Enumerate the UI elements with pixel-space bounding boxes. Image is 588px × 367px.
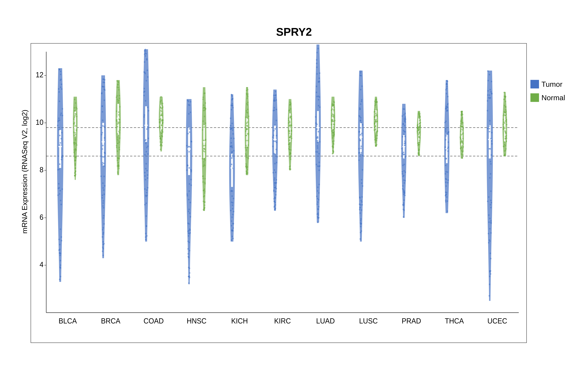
svg-point-821 [316,67,318,68]
svg-point-577 [233,211,234,212]
svg-point-73 [61,113,62,114]
svg-point-1296 [490,200,492,201]
svg-point-469 [204,178,206,179]
svg-point-140 [74,144,75,145]
svg-point-1160 [447,200,448,202]
svg-point-992 [375,140,376,142]
svg-point-182 [102,145,104,146]
svg-text:BLCA: BLCA [59,317,77,325]
svg-point-681 [274,179,275,181]
svg-point-1060 [404,190,405,192]
svg-point-168 [102,202,104,204]
svg-point-589 [247,147,248,148]
svg-point-519 [203,161,205,163]
svg-point-264 [119,119,120,120]
svg-text:10: 10 [36,118,43,126]
svg-point-1181 [448,141,449,143]
svg-point-41 [60,86,61,88]
svg-point-159 [102,111,103,113]
svg-point-280 [146,215,147,217]
svg-point-630 [247,96,249,97]
svg-point-884 [333,131,335,133]
svg-point-767 [290,108,291,110]
svg-point-632 [246,173,247,175]
svg-point-756 [289,101,291,103]
legend-label-normal: Normal [541,93,565,102]
svg-point-370 [160,149,161,150]
svg-point-57 [59,119,60,121]
svg-point-270 [117,133,118,135]
svg-point-924 [361,152,362,154]
svg-point-926 [360,134,361,135]
svg-point-591 [247,140,249,141]
svg-point-272 [118,168,120,169]
svg-point-1179 [445,200,446,201]
svg-point-435 [189,104,190,106]
svg-point-548 [230,125,231,126]
svg-point-870 [331,108,333,110]
svg-point-346 [162,103,163,104]
svg-point-217 [117,159,118,161]
svg-point-196 [101,134,102,135]
svg-point-1059 [403,209,405,211]
svg-point-876 [332,104,333,106]
svg-point-1064 [403,179,405,181]
svg-point-1286 [490,173,491,175]
svg-point-267 [117,150,118,152]
svg-point-666 [274,107,275,109]
svg-point-757 [289,125,290,126]
svg-point-1253 [462,138,464,140]
svg-point-949 [358,148,360,150]
svg-point-580 [231,201,232,203]
svg-point-889 [332,129,334,130]
svg-point-258 [118,89,120,91]
svg-point-176 [104,152,105,153]
svg-text:KIRC: KIRC [274,317,291,325]
svg-point-1188 [446,80,448,82]
svg-point-241 [119,106,121,108]
svg-point-445 [189,232,191,234]
svg-point-695 [276,135,277,136]
svg-point-773 [317,48,319,49]
svg-point-202 [102,162,103,164]
svg-point-391 [162,131,163,132]
svg-point-1381 [506,135,507,136]
svg-point-1252 [460,123,462,125]
svg-point-1050 [402,165,404,166]
svg-point-1363 [506,136,507,138]
svg-point-298 [146,128,148,130]
svg-point-110 [76,129,77,131]
svg-point-661 [275,204,276,206]
svg-point-244 [117,136,118,138]
svg-point-206 [101,105,103,107]
svg-point-1307 [490,190,492,192]
svg-point-542 [232,107,234,108]
svg-point-373 [161,124,162,126]
svg-point-747 [289,136,291,138]
svg-point-1388 [503,92,505,93]
svg-point-572 [230,128,231,130]
svg-point-506 [204,182,206,183]
svg-point-265 [119,149,120,150]
svg-point-815 [318,169,320,171]
svg-point-806 [318,95,319,97]
svg-point-645 [246,167,247,169]
svg-point-1275 [491,202,492,203]
svg-point-793 [316,124,318,125]
svg-text:PRAD: PRAD [402,317,421,325]
svg-point-658 [273,95,275,96]
svg-point-878 [333,140,335,142]
svg-point-931 [360,232,361,233]
svg-point-659 [276,182,277,184]
svg-point-198 [102,119,104,121]
svg-point-160 [104,175,105,177]
svg-point-450 [189,128,190,130]
svg-point-822 [317,165,319,167]
svg-point-953 [360,148,362,149]
svg-point-693 [274,177,275,179]
svg-point-1335 [505,100,506,102]
svg-point-640 [248,116,249,117]
svg-point-787 [316,52,318,53]
svg-point-1274 [489,131,490,133]
svg-point-362 [161,142,163,143]
